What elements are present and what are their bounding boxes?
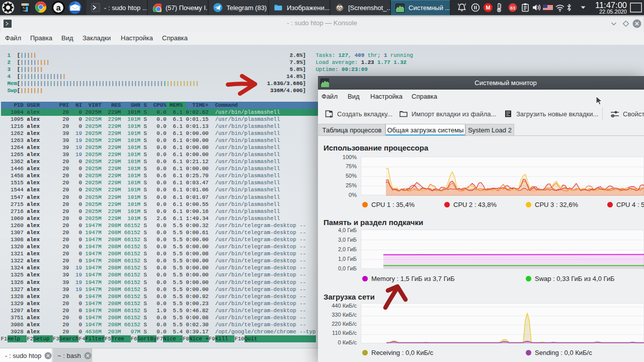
svg-text:83: 83 (510, 5, 516, 11)
svg-text:M: M (486, 5, 490, 11)
svg-text:×: × (24, 9, 26, 13)
svg-text:a: a (56, 3, 61, 12)
